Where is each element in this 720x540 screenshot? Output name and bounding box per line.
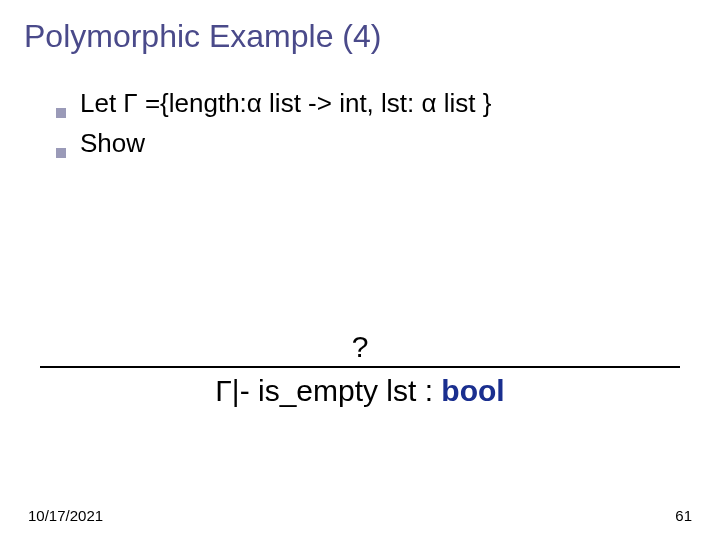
footer-page-number: 61 [675,507,692,524]
proof-premise: ? [0,330,720,364]
square-bullet-icon [56,148,66,158]
proof-conclusion: Γ|- is_empty lst : bool [0,374,720,408]
body: Let Γ ={length:α list -> int, lst: α lis… [0,55,720,162]
proof-derivation: ? Γ|- is_empty lst : bool [0,330,720,408]
bullet-text: Let Γ ={length:α list -> int, lst: α lis… [80,85,491,121]
footer-date: 10/17/2021 [28,507,103,524]
bullet-item: Show [56,125,690,161]
bullet-text: Show [80,125,145,161]
square-bullet-icon [56,108,66,118]
slide-title: Polymorphic Example (4) [0,0,720,55]
footer: 10/17/2021 61 [28,507,692,524]
inference-rule-line [40,366,680,368]
conclusion-prefix: Γ|- is_empty lst : [215,374,441,407]
slide: Polymorphic Example (4) Let Γ ={length:α… [0,0,720,540]
bullet-item: Let Γ ={length:α list -> int, lst: α lis… [56,85,690,121]
conclusion-type: bool [441,374,504,407]
